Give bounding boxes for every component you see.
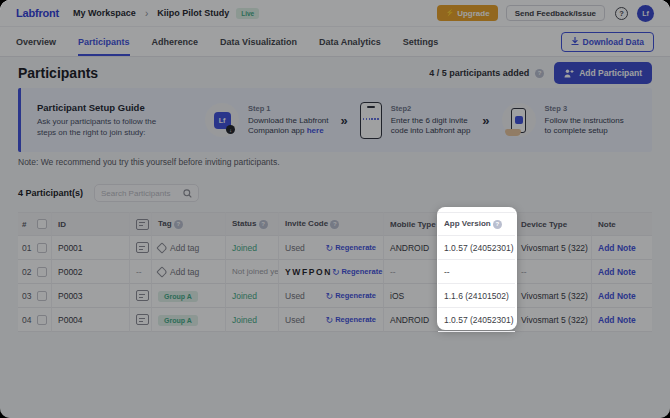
breadcrumb-workspace[interactable]: My Workspace: [73, 8, 136, 18]
row-checkbox[interactable]: [37, 315, 47, 325]
mobile-type: ANDROID: [384, 236, 438, 260]
add-note-button[interactable]: Add Note: [598, 315, 636, 325]
download-data-label: Download Data: [583, 37, 644, 47]
add-tag-button[interactable]: Add tag: [158, 267, 225, 277]
mobile-type: ANDROID: [384, 308, 438, 332]
message-icon[interactable]: [136, 314, 149, 325]
chevron-right-icon: »: [341, 113, 348, 128]
step3-line1: Follow the instructions: [545, 116, 624, 127]
tag-badge[interactable]: Group A: [158, 291, 198, 302]
tab-settings[interactable]: Settings: [403, 27, 439, 56]
row-checkbox[interactable]: [37, 267, 47, 277]
regenerate-icon: ↻: [326, 291, 334, 301]
step1-here-link[interactable]: here: [307, 126, 324, 135]
breadcrumb-separator-icon: ›: [145, 8, 148, 19]
tag-badge[interactable]: Group A: [158, 315, 198, 326]
cloud-download-icon: ↓: [226, 125, 235, 134]
bolt-icon: ⚡: [445, 9, 454, 17]
status-joined: Joined: [226, 308, 279, 332]
tab-overview[interactable]: Overview: [16, 27, 56, 56]
search-box[interactable]: [94, 184, 199, 202]
invite-status: Used: [285, 315, 305, 325]
avatar[interactable]: Lf: [637, 5, 654, 22]
upgrade-button[interactable]: ⚡ Upgrade: [437, 5, 497, 21]
table-row: 04 P0004 Group A Joined Used↻Regenerate …: [18, 308, 652, 332]
col-tag: Tag ?: [152, 212, 226, 236]
tab-data-analytics[interactable]: Data Analytics: [319, 27, 381, 56]
status-not-joined: Not joined yet: [226, 260, 279, 284]
feedback-label: Send Feedback/Issue: [515, 9, 596, 18]
message-icon[interactable]: [136, 290, 149, 301]
guide-subtitle-line1: Ask your participants to follow the: [37, 117, 205, 128]
add-participant-label: Add Participant: [579, 68, 642, 78]
labfront-logo: Labfront: [16, 7, 59, 19]
regenerate-icon: ↻: [326, 315, 334, 325]
download-icon: [571, 37, 579, 46]
send-feedback-button[interactable]: Send Feedback/Issue: [506, 5, 605, 21]
participant-id: P0002: [52, 260, 130, 284]
regenerate-button[interactable]: ↻Regenerate: [326, 291, 376, 301]
status-joined: Joined: [226, 236, 279, 260]
regenerate-button[interactable]: ↻Regenerate: [332, 267, 382, 277]
step3-line2: to complete setup: [545, 126, 624, 137]
row-checkbox[interactable]: [37, 243, 47, 253]
app-version: 1.0.57 (24052301): [438, 308, 515, 332]
count-info-icon[interactable]: ?: [535, 69, 544, 78]
step1-line2: Companion app: [248, 126, 304, 135]
tab-participants[interactable]: Participants: [78, 27, 130, 56]
app-version: 1.0.57 (24052301): [438, 236, 515, 260]
tab-adherence[interactable]: Adherence: [152, 27, 199, 56]
add-note-button[interactable]: Add Note: [598, 291, 636, 301]
upgrade-label: Upgrade: [457, 9, 489, 18]
add-note-button[interactable]: Add Note: [598, 267, 636, 277]
table-toolbar: 4 Participant(s): [18, 184, 199, 202]
table-row: 02 P0002 -- Add tag Not joined yet YWFPO…: [18, 260, 652, 284]
app-version-info-icon[interactable]: ?: [493, 220, 502, 229]
tag-info-icon[interactable]: ?: [174, 220, 183, 229]
row-num: 04: [18, 308, 32, 332]
add-note-button[interactable]: Add Note: [598, 243, 636, 253]
breadcrumb-study[interactable]: Kiipo Pilot Study: [157, 8, 229, 18]
message-icon[interactable]: [136, 242, 149, 253]
app-version: 1.1.6 (24101502): [438, 284, 515, 308]
hand-phone-icon: [502, 103, 536, 137]
row-num: 01: [18, 236, 32, 260]
regenerate-button[interactable]: ↻Regenerate: [326, 243, 376, 253]
invite-info-icon[interactable]: ?: [330, 220, 339, 229]
col-note: Note: [592, 212, 652, 236]
row-checkbox[interactable]: [37, 291, 47, 301]
table-row: 03 P0003 Group A Joined Used↻Regenerate …: [18, 284, 652, 308]
guide-title: Participant Setup Guide: [37, 102, 205, 113]
mobile-type: --: [384, 260, 438, 284]
person-plus-icon: [564, 69, 574, 78]
select-all-checkbox[interactable]: [37, 219, 47, 229]
col-invite: Invite Code ?: [279, 212, 384, 236]
guide-step-2: Step2 Enter the 6 digit invite code into…: [360, 102, 471, 139]
col-num: #: [18, 212, 32, 236]
table-header-row: # ID Tag ? Status ? Invite Code ? Mobile…: [18, 212, 652, 236]
table-row: 01 P0001 Add tag Joined Used↻Regenerate …: [18, 236, 652, 260]
top-bar: Labfront My Workspace › Kiipo Pilot Stud…: [0, 0, 670, 27]
device-type: Vivosmart 5 (322): [515, 236, 592, 260]
note-text: Note: We recommend you try this yourself…: [18, 157, 280, 167]
col-id: ID: [52, 212, 130, 236]
add-participant-button[interactable]: Add Participant: [554, 62, 652, 84]
app-version: --: [438, 260, 515, 284]
tag-icon: [156, 242, 167, 253]
invite-status: Used: [285, 243, 305, 253]
add-tag-button[interactable]: Add tag: [158, 243, 225, 253]
step1-label: Step 1: [248, 104, 329, 113]
step2-label: Step2: [391, 104, 471, 113]
status-info-icon[interactable]: ?: [259, 220, 268, 229]
tab-data-visualization[interactable]: Data Visualization: [220, 27, 297, 56]
guide-step-3: Step 3 Follow the instructions to comple…: [502, 103, 624, 137]
search-input[interactable]: [101, 189, 179, 198]
regenerate-icon: ↻: [326, 243, 334, 253]
guide-subtitle-line2: steps on the right to join study:: [37, 128, 205, 139]
message-empty: --: [130, 260, 152, 284]
page-head: Participants 4 / 5 participants added ? …: [18, 60, 652, 86]
help-icon[interactable]: ?: [615, 7, 628, 20]
download-data-button[interactable]: Download Data: [561, 32, 654, 52]
col-status: Status ?: [226, 212, 279, 236]
regenerate-button[interactable]: ↻Regenerate: [326, 315, 376, 325]
